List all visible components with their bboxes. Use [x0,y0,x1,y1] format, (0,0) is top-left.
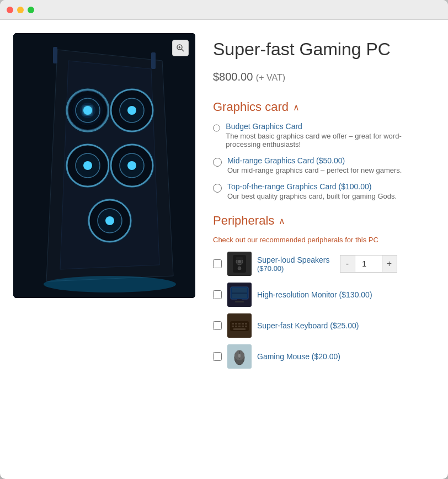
monitor-name[interactable]: High-resolution Monitor ($130.00) [257,290,372,299]
svg-line-33 [182,49,184,51]
svg-point-22 [127,161,136,170]
graphics-card-radio-top[interactable] [213,184,222,193]
graphics-card-header: Graphics card ∧ [213,100,435,114]
speakers-qty-minus[interactable]: - [340,255,355,273]
speakers-thumbnail [227,252,252,276]
svg-point-17 [83,161,92,170]
product-details: Super-fast Gaming PC $800.00 (+ VAT) Gra… [213,33,435,382]
speakers-qty-plus[interactable]: + [382,255,397,273]
speakers-info: Super-loud Speakers ($70.00) [257,256,330,273]
graphics-card-options: Budget Graphics Card The most basic grap… [213,122,435,200]
svg-point-27 [105,216,114,225]
product-title: Super-fast Gaming PC [213,39,435,60]
price-vat: (+ VAT) [256,73,285,82]
minimize-button[interactable] [17,7,24,13]
svg-rect-66 [238,354,241,358]
graphics-card-desc-budget: The most basic graphics card we offer – … [226,132,435,148]
graphics-card-title: Graphics card [213,100,289,114]
graphics-card-label-budget: Budget Graphics Card The most basic grap… [226,122,435,148]
graphics-card-radio-mid[interactable] [213,158,222,167]
product-image [13,33,195,298]
product-price: $800.00 (+ VAT) [213,71,435,83]
svg-rect-51 [232,323,234,324]
svg-point-29 [44,276,176,292]
graphics-card-option-budget: Budget Graphics Card The most basic grap… [213,122,435,148]
svg-rect-30 [53,47,57,63]
peripheral-checkbox-keyboard[interactable] [213,321,222,330]
svg-rect-56 [232,326,234,327]
mouse-name[interactable]: Gaming Mouse ($20.00) [257,352,340,361]
peripheral-checkbox-speakers[interactable] [213,259,222,268]
zoom-button[interactable] [172,40,189,56]
keyboard-name[interactable]: Super-fast Keyboard ($25.00) [257,321,359,330]
graphics-card-section: Graphics card ∧ Budget Graphics Card The… [213,100,435,200]
graphics-card-desc-top: Our best quality graphics card, built fo… [227,192,397,200]
svg-point-12 [127,106,136,115]
peripherals-section: Peripherals ∧ Check out our recommended … [213,214,435,369]
svg-rect-58 [238,326,241,327]
svg-rect-54 [242,323,244,324]
peripheral-checkbox-monitor[interactable] [213,290,222,299]
svg-rect-46 [235,301,244,302]
speakers-name[interactable]: Super-loud Speakers [257,256,330,264]
close-button[interactable] [7,7,13,13]
peripherals-header: Peripherals ∧ [213,214,435,228]
graphics-card-option-top: Top-of-the-range Graphics Card ($100.00)… [213,182,435,200]
svg-point-40 [238,267,241,270]
graphics-card-option-mid: Mid-range Graphics Card ($50.00) Our mid… [213,156,435,174]
speakers-qty-control: - + [340,255,397,273]
product-image-container [13,33,195,298]
peripheral-mouse: Gaming Mouse ($20.00) [213,344,435,369]
svg-point-7 [83,106,92,115]
graphics-card-label-top: Top-of-the-range Graphics Card ($100.00)… [227,182,397,200]
mouse-thumbnail [227,344,252,369]
svg-rect-31 [151,52,156,69]
svg-rect-60 [245,326,247,327]
peripheral-keyboard: Super-fast Keyboard ($25.00) [213,313,435,338]
svg-rect-55 [245,323,247,324]
svg-rect-41 [236,257,243,260]
keyboard-thumbnail [227,313,252,338]
peripherals-subtitle: Check out our recommended peripherals fo… [213,236,435,244]
peripheral-monitor: High-resolution Monitor ($130.00) [213,283,435,307]
speakers-price: ($70.00) [257,264,330,273]
graphics-card-name-budget[interactable]: Budget Graphics Card [226,122,435,131]
svg-rect-59 [242,326,244,327]
speakers-qty-input[interactable] [355,255,382,273]
svg-rect-61 [233,328,246,330]
app-window: Super-fast Gaming PC $800.00 (+ VAT) Gra… [0,0,448,479]
peripheral-speakers: Super-loud Speakers ($70.00) - + [213,252,435,276]
svg-point-39 [238,260,241,263]
graphics-card-name-top[interactable]: Top-of-the-range Graphics Card ($100.00) [227,182,397,191]
graphics-card-name-mid[interactable]: Mid-range Graphics Card ($50.00) [227,156,402,165]
titlebar [0,0,448,20]
svg-rect-57 [235,326,237,327]
svg-rect-45 [237,299,242,301]
peripherals-title: Peripherals [213,214,274,228]
graphics-card-desc-mid: Our mid-range graphics card – perfect fo… [227,166,402,174]
peripherals-chevron[interactable]: ∧ [279,216,285,226]
maximize-button[interactable] [28,7,34,13]
monitor-thumbnail [227,283,252,307]
svg-rect-48 [232,292,247,294]
graphics-card-label-mid: Mid-range Graphics Card ($50.00) Our mid… [227,156,402,174]
main-content: Super-fast Gaming PC $800.00 (+ VAT) Gra… [0,20,448,395]
peripheral-checkbox-mouse[interactable] [213,352,222,361]
price-value: $800.00 [213,71,253,83]
graphics-card-radio-budget[interactable] [213,124,220,132]
peripherals-options: Super-loud Speakers ($70.00) - + [213,252,435,369]
svg-rect-52 [235,323,237,324]
graphics-card-chevron[interactable]: ∧ [293,102,300,113]
svg-rect-53 [238,323,241,324]
